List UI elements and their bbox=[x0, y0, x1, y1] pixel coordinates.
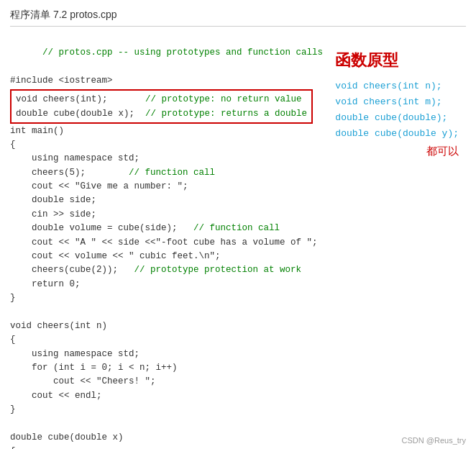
code-line-3: void cheers(int); // prototype: no retur… bbox=[16, 92, 307, 106]
comment-15: // prototype protection at work bbox=[134, 265, 302, 275]
code-line-28: { bbox=[10, 445, 466, 449]
annotation-item-2: void cheers(int m); bbox=[335, 94, 459, 110]
code-line-9: cout << "Give me a number: "; bbox=[10, 180, 466, 194]
annotation-item-4: double cube(double y); bbox=[335, 126, 459, 142]
code-line-27: double cube(double x) bbox=[10, 431, 466, 445]
code-line-14: cout << volume << " cubic feet.\n"; bbox=[10, 250, 466, 263]
code-line-24: cout << endl; bbox=[10, 389, 466, 403]
page-header: 程序清单 7.2 protos.cpp bbox=[10, 9, 466, 27]
annotation-title: 函数原型 bbox=[335, 48, 459, 73]
code-line-4: double cube(double x); // prototype: ret… bbox=[16, 106, 307, 121]
code-line-16: return 0; bbox=[10, 278, 466, 291]
comment-3: // prototype: no return value bbox=[145, 94, 302, 104]
page-container: 程序清单 7.2 protos.cpp // protos.cpp -- usi… bbox=[0, 0, 476, 449]
code-line-17: } bbox=[10, 291, 466, 305]
code-line-18 bbox=[10, 305, 466, 319]
code-line-12: double volume = cube(side); // function … bbox=[10, 222, 466, 235]
annotation-item-3: double cube(double); bbox=[335, 110, 459, 126]
header-title: 程序清单 7.2 protos.cpp bbox=[10, 9, 117, 20]
code-line-8: cheers(5); // function call bbox=[10, 166, 466, 180]
prototype-box: void cheers(int); // prototype: no retur… bbox=[10, 89, 313, 124]
code-line-26 bbox=[10, 417, 466, 430]
code-line-22: for (int i = 0; i < n; i++) bbox=[10, 361, 466, 375]
code-line-11: cin >> side; bbox=[10, 208, 466, 222]
comment-4: // prototype: returns a double bbox=[145, 109, 307, 119]
code-line-15: cheers(cube(2)); // prototype protection… bbox=[10, 263, 466, 277]
code-line-19: void cheers(int n) bbox=[10, 319, 466, 333]
annotation-box: 函数原型 void cheers(int n); void cheers(int… bbox=[335, 48, 459, 160]
code-area: // protos.cpp -- using prototypes and fu… bbox=[10, 32, 466, 449]
code-line-10: double side; bbox=[10, 194, 466, 207]
code-comment-1: // protos.cpp -- using prototypes and fu… bbox=[42, 47, 323, 58]
code-line-20: { bbox=[10, 333, 466, 347]
code-line-25: } bbox=[10, 403, 466, 417]
prototype-lines: void cheers(int); // prototype: no retur… bbox=[10, 89, 313, 124]
comment-12: // function call bbox=[193, 223, 280, 233]
annotation-note: 都可以 bbox=[335, 143, 459, 160]
annotation-item-1: void cheers(int n); bbox=[335, 78, 459, 94]
annotation-list: void cheers(int n); void cheers(int m); … bbox=[335, 78, 459, 142]
watermark: CSDN @Reus_try bbox=[402, 436, 466, 445]
code-line-13: cout << "A " << side <<"-foot cube has a… bbox=[10, 236, 466, 250]
code-line-21: using namespace std; bbox=[10, 348, 466, 361]
code-line-23: cout << "Cheers! "; bbox=[10, 375, 466, 389]
comment-8: // function call bbox=[129, 168, 215, 178]
